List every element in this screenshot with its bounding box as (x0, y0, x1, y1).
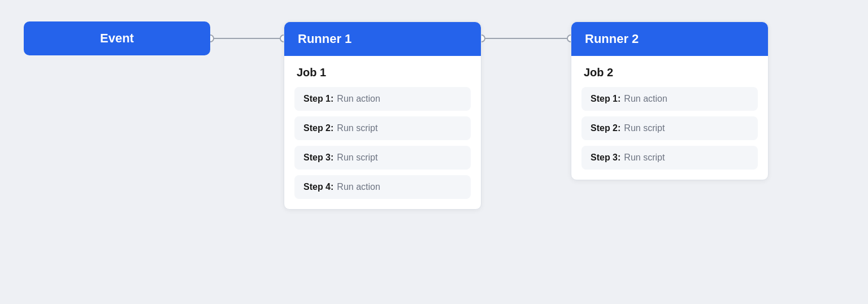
runner1-node[interactable]: Runner 1 Job 1 Step 1: Run action Step 2… (284, 21, 481, 210)
runner1-job-title: Job 1 (294, 66, 471, 79)
event-node[interactable]: Event (24, 21, 210, 55)
runner1-step3-label: Step 3: (303, 153, 333, 163)
runner2-step2-label: Step 2: (591, 123, 620, 133)
runner1-step2-label: Step 2: (303, 123, 333, 133)
runner2-title: Runner 2 (585, 32, 639, 46)
runner1-title: Runner 1 (298, 32, 351, 46)
runner2-header: Runner 2 (571, 22, 768, 56)
runner1-step3-value: Run script (337, 153, 377, 163)
runner2-step1-value: Run action (624, 94, 667, 104)
runner2-job-title: Job 2 (581, 66, 758, 79)
runner2-step-3[interactable]: Step 3: Run script (581, 146, 758, 170)
runner2-step3-value: Run script (624, 153, 665, 163)
runner1-step1-value: Run action (337, 94, 380, 104)
runner1-step-4[interactable]: Step 4: Run action (294, 175, 471, 199)
runner2-node[interactable]: Runner 2 Job 2 Step 1: Run action Step 2… (571, 21, 769, 180)
runner1-step4-value: Run action (337, 182, 380, 192)
runner2-step-2[interactable]: Step 2: Run script (581, 116, 758, 140)
runner1-step-3[interactable]: Step 3: Run script (294, 146, 471, 170)
event-title: Event (100, 31, 134, 46)
canvas: Event Runner 1 Job 1 Step 1: Run action … (0, 0, 868, 304)
runner1-step4-label: Step 4: (303, 182, 333, 192)
runner1-body: Job 1 Step 1: Run action Step 2: Run scr… (284, 56, 481, 209)
runner2-step2-value: Run script (624, 123, 665, 133)
runner2-step1-label: Step 1: (591, 94, 620, 104)
runner2-body: Job 2 Step 1: Run action Step 2: Run scr… (571, 56, 768, 180)
runner1-step2-value: Run script (337, 123, 377, 133)
runner1-step-2[interactable]: Step 2: Run script (294, 116, 471, 140)
runner1-step-1[interactable]: Step 1: Run action (294, 87, 471, 111)
runner2-step3-label: Step 3: (591, 153, 620, 163)
runner1-header: Runner 1 (284, 22, 481, 56)
runner2-step-1[interactable]: Step 1: Run action (581, 87, 758, 111)
runner1-step1-label: Step 1: (303, 94, 333, 104)
